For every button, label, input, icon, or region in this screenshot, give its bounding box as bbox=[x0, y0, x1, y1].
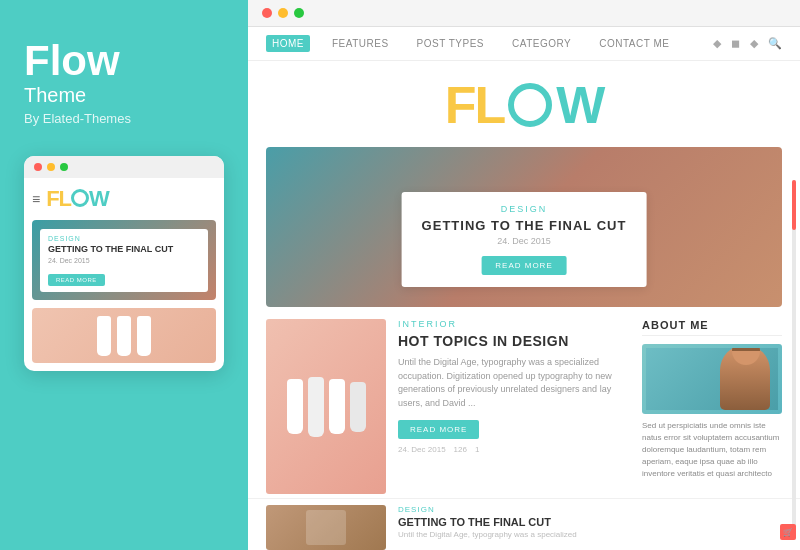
logo-f: F bbox=[445, 76, 475, 134]
sidebar-title: ABOUT ME bbox=[642, 319, 782, 336]
site-logo: FLW bbox=[248, 79, 800, 135]
scrollbar-thumb[interactable] bbox=[792, 180, 796, 230]
social-icon-1[interactable]: ◆ bbox=[713, 37, 721, 50]
article-tag: INTERIOR bbox=[398, 319, 630, 329]
mini-dot-green bbox=[60, 163, 68, 171]
hero-date: 24. Dec 2015 bbox=[422, 236, 627, 246]
cart-icon[interactable]: 🛒 bbox=[780, 524, 796, 540]
bottle-img-4 bbox=[350, 382, 366, 432]
mini-dot-yellow bbox=[47, 163, 55, 171]
nav-item-home[interactable]: HOME bbox=[266, 35, 310, 52]
nav-items: HOME FEATURES POST TYPES CATEGORY CONTAC… bbox=[266, 35, 713, 52]
browser-dot-red bbox=[262, 8, 272, 18]
mini-read-more-button[interactable]: READ MORE bbox=[48, 274, 105, 286]
bottom-article-body: Until the Digital Age, typography was a … bbox=[398, 530, 577, 539]
mini-nav: ≡ FLW bbox=[32, 186, 216, 212]
nav-item-category[interactable]: CATEGORY bbox=[506, 35, 577, 52]
left-panel: Flow Theme By Elated-Themes ≡ FLW DESIGN… bbox=[0, 0, 248, 550]
nav-item-features[interactable]: FEATURES bbox=[326, 35, 395, 52]
browser-dot-yellow bbox=[278, 8, 288, 18]
search-icon[interactable]: 🔍 bbox=[768, 37, 782, 50]
mini-logo-o bbox=[71, 189, 89, 207]
article-text: INTERIOR HOT TOPICS IN DESIGN Until the … bbox=[398, 319, 630, 494]
brand-name: Flow bbox=[24, 40, 120, 82]
bottom-article-text: DESIGN GETTING TO THE FINAL CUT Until th… bbox=[398, 505, 577, 550]
hero-title: GETTING TO THE FINAL CUT bbox=[422, 218, 627, 233]
article-views: 126 bbox=[454, 445, 467, 454]
sidebar: ABOUT ME Sed ut perspiciatis unde omnis … bbox=[642, 319, 782, 494]
hero-card: DESIGN GETTING TO THE FINAL CUT 24. Dec … bbox=[402, 192, 647, 287]
mini-logo: FLW bbox=[46, 186, 109, 212]
mini-hero-tag: DESIGN bbox=[48, 235, 200, 242]
hamburger-icon: ≡ bbox=[32, 191, 40, 207]
mini-hero-card: DESIGN GETTING TO THE FINAL CUT 24. Dec … bbox=[40, 229, 208, 292]
mini-hero-title: GETTING TO THE FINAL CUT bbox=[48, 244, 200, 255]
logo-w: W bbox=[556, 76, 603, 134]
mini-logo-w: W bbox=[89, 186, 109, 211]
site-logo-area: FLW bbox=[248, 61, 800, 147]
social-icon-2[interactable]: ◼ bbox=[731, 37, 740, 50]
article-date: 24. Dec 2015 bbox=[398, 445, 446, 454]
browser-body: HOME FEATURES POST TYPES CATEGORY CONTAC… bbox=[248, 27, 800, 550]
bottle-1 bbox=[97, 316, 111, 356]
site-nav: HOME FEATURES POST TYPES CATEGORY CONTAC… bbox=[248, 27, 800, 61]
bottle-img-2 bbox=[308, 377, 324, 437]
logo-o bbox=[504, 79, 556, 131]
sidebar-description: Sed ut perspiciatis unde omnis iste natu… bbox=[642, 420, 782, 480]
mini-browser-preview: ≡ FLW DESIGN GETTING TO THE FINAL CUT 24… bbox=[24, 156, 224, 371]
mini-second-image bbox=[32, 308, 216, 363]
hero-read-more-button[interactable]: READ MORE bbox=[481, 256, 566, 275]
nav-icons: ◆ ◼ ◆ 🔍 bbox=[713, 37, 782, 50]
scrollbar-track: 🛒 bbox=[792, 180, 796, 540]
nav-item-contact[interactable]: CONTACT ME bbox=[593, 35, 675, 52]
mini-logo-fl: FL bbox=[46, 186, 71, 211]
hero-section: DESIGN GETTING TO THE FINAL CUT 24. Dec … bbox=[266, 147, 782, 307]
article-comments: 1 bbox=[475, 445, 479, 454]
bottom-article: DESIGN GETTING TO THE FINAL CUT Until th… bbox=[248, 498, 800, 550]
bottom-article-title: GETTING TO THE FINAL CUT bbox=[398, 516, 577, 528]
browser-dot-green bbox=[294, 8, 304, 18]
right-panel: HOME FEATURES POST TYPES CATEGORY CONTAC… bbox=[248, 0, 800, 550]
bottom-article-image bbox=[266, 505, 386, 550]
mini-browser-bar bbox=[24, 156, 224, 178]
article-title: HOT TOPICS IN DESIGN bbox=[398, 333, 630, 350]
brand-subtitle: Theme bbox=[24, 84, 86, 107]
mini-dot-red bbox=[34, 163, 42, 171]
sidebar-avatar bbox=[642, 344, 782, 414]
article-meta: 24. Dec 2015 126 1 bbox=[398, 445, 630, 454]
mini-hero-date: 24. Dec 2015 bbox=[48, 257, 200, 264]
article-read-more-button[interactable]: READ MORE bbox=[398, 420, 479, 439]
bottom-article-tag: DESIGN bbox=[398, 505, 577, 514]
bottle-3 bbox=[137, 316, 151, 356]
bottle-img-3 bbox=[329, 379, 345, 434]
mini-browser-content: ≡ FLW DESIGN GETTING TO THE FINAL CUT 24… bbox=[24, 178, 224, 371]
social-icon-3[interactable]: ◆ bbox=[750, 37, 758, 50]
browser-chrome bbox=[248, 0, 800, 27]
mini-hero-section: DESIGN GETTING TO THE FINAL CUT 24. Dec … bbox=[32, 220, 216, 300]
brand-author: By Elated-Themes bbox=[24, 111, 131, 126]
logo-l: L bbox=[474, 76, 504, 134]
article-image bbox=[266, 319, 386, 494]
article-body: Until the Digital Age, typography was a … bbox=[398, 356, 630, 410]
bottle-2 bbox=[117, 316, 131, 356]
article-card: INTERIOR HOT TOPICS IN DESIGN Until the … bbox=[266, 319, 630, 494]
hero-tag: DESIGN bbox=[422, 204, 627, 214]
content-grid: INTERIOR HOT TOPICS IN DESIGN Until the … bbox=[248, 319, 800, 494]
nav-item-post-types[interactable]: POST TYPES bbox=[411, 35, 490, 52]
bottle-img-1 bbox=[287, 379, 303, 434]
